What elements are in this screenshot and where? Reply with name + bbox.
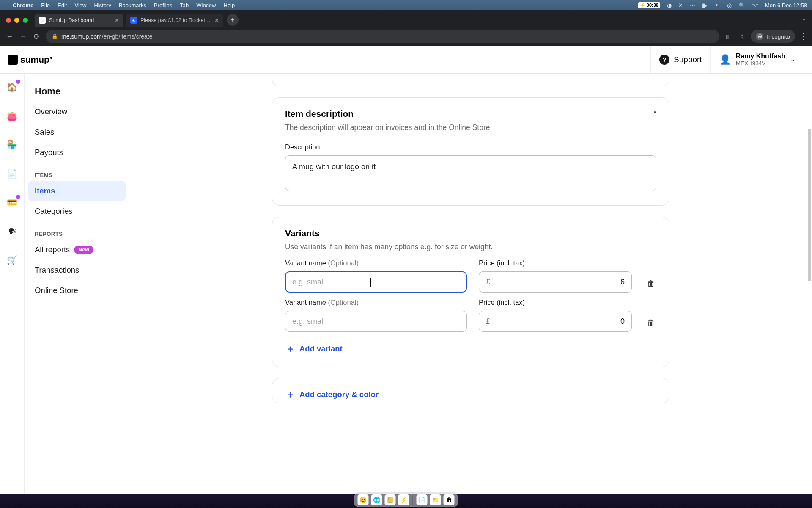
scrollbar-thumb[interactable] [808,129,811,281]
tab-close-icon[interactable]: ✕ [115,17,119,24]
variant-name-field[interactable] [292,317,460,326]
sidebar-item-sales[interactable]: Sales [28,122,126,142]
support-label: Support [674,55,702,64]
battery-status[interactable]: ⚡00:38 [638,2,660,8]
variant-name-input[interactable] [285,271,467,293]
brand-logo[interactable]: sumup● [8,55,53,65]
description-input[interactable] [285,155,656,191]
mac-menu-view[interactable]: View [74,2,86,8]
tab-title: SumUp Dashboard [49,17,111,23]
menubar-power-icon[interactable]: ▮▸ [702,2,708,8]
support-link[interactable]: ? Support [650,46,710,73]
add-variant-button[interactable]: ＋ Add variant [285,344,656,354]
profile-menu[interactable]: 👤 Ramy Khuffash MEXH934V ⌄ [710,46,804,73]
sidebar-group-reports: REPORTS [28,221,126,240]
rail-cart-icon[interactable]: 🛒 [7,255,18,265]
variant-name-field[interactable] [292,278,460,287]
sidebar-item-transactions[interactable]: Transactions [28,260,126,280]
card-title: Variants [285,228,320,238]
dock-app-icon[interactable]: ⚡ [398,494,409,505]
mac-menu-bookmarks[interactable]: Bookmarks [119,2,146,8]
tabs-expand-icon[interactable]: ⌄ [802,16,806,22]
tab-favicon: S [39,17,46,24]
plus-icon: ＋ [285,344,295,354]
variant-price-input[interactable]: £ [479,311,632,332]
dock-notes-icon[interactable]: 📒 [385,494,396,505]
address-bar[interactable]: 🔒 me.sumup.com/en-gb/items/create [46,30,719,43]
sidebar-item-all-reports[interactable]: All reports New [28,240,126,260]
new-tab-button[interactable]: + [227,14,239,26]
mac-menu-file[interactable]: File [41,2,50,8]
mac-menu-help[interactable]: Help [224,2,235,8]
sidebar-item-home[interactable]: Home [28,81,126,102]
dock-chrome-icon[interactable]: 🌐 [371,494,382,505]
app-viewport: sumup● ? Support 👤 Ramy Khuffash MEXH934… [0,46,812,494]
tab-strip: S SumUp Dashboard ✕ £ Please pay £1.02 t… [0,10,812,27]
mac-menu-edit[interactable]: Edit [58,2,67,8]
dock-doc-icon[interactable]: 📄 [417,494,428,505]
scrollbar[interactable] [808,129,811,366]
nav-reload-button[interactable]: ⟳ [32,32,41,41]
rail-refer-icon[interactable]: 🗣 [7,226,18,236]
main-content: Item description ˄ The description will … [129,74,812,494]
rail-home-icon[interactable]: 🏠 [7,82,18,92]
nav-forward-button[interactable]: → [19,32,28,41]
currency-label: £ [486,278,490,287]
dock-trash-icon[interactable]: 🗑 [444,494,455,505]
control-center-icon[interactable]: ⌥ [752,2,758,8]
incognito-indicator[interactable]: 🕶 Incognito [751,30,795,43]
add-category-button[interactable]: ＋ Add category & color [285,389,656,400]
incognito-label: Incognito [767,33,790,40]
rail-wallet-icon[interactable]: 👛 [7,111,18,121]
spotlight-icon[interactable]: 🔍 [738,2,745,8]
dock-folder-icon[interactable]: 📁 [430,494,441,505]
sidebar-item-items[interactable]: Items [28,181,126,201]
menubar-user-icon[interactable]: ◎ [727,2,732,8]
browser-menu-button[interactable]: ⋮ [799,32,807,41]
tab-active[interactable]: S SumUp Dashboard ✕ [35,14,123,27]
mac-menu-history[interactable]: History [94,2,111,8]
tab-close-icon[interactable]: ✕ [214,17,219,24]
variant-price-input[interactable]: £ [479,271,632,293]
nav-back-button[interactable]: ← [5,32,14,41]
menubar-icon-3[interactable]: ⋯ [690,2,695,8]
chevron-down-icon: ⌄ [790,56,795,63]
mac-menu-profiles[interactable]: Profiles [154,2,172,8]
mac-menu-tab[interactable]: Tab [180,2,189,8]
window-minimize-button[interactable] [14,18,19,23]
menubar-icon-1[interactable]: ◑ [667,2,672,8]
rail-shop-icon[interactable]: 🏪 [7,140,18,150]
sidebar-item-label: All reports [35,245,70,254]
dock-finder-icon[interactable]: 😊 [358,494,369,505]
variants-card: Variants Use variants if an item has man… [272,217,669,367]
tab-favicon: £ [130,17,137,24]
rail-doc-icon[interactable]: 📄 [7,168,18,179]
dock: 😊 🌐 📒 ⚡ 📄 📁 🗑 [354,493,458,507]
bookmark-star-icon[interactable]: ☆ [737,33,746,40]
eye-off-icon[interactable]: 👁̷ [724,33,733,40]
delete-variant-icon[interactable]: 🗑 [647,318,655,328]
delete-variant-icon[interactable]: 🗑 [647,279,655,288]
currency-label: £ [486,317,490,326]
menubar-icon-2[interactable]: ✕ [678,2,683,8]
variant-row: Variant name (Optional) Price (incl. tax… [285,298,656,332]
variant-price-field[interactable] [494,278,625,287]
variant-price-label: Price (incl. tax) [479,298,632,306]
window-close-button[interactable] [6,18,11,23]
sidebar-item-payouts[interactable]: Payouts [28,142,126,163]
sidebar-item-categories[interactable]: Categories [28,201,126,221]
sidebar-item-online-store[interactable]: Online Store [28,280,126,301]
tab-background[interactable]: £ Please pay £1.02 to Rocket Ge ✕ [126,14,223,27]
rail-card-icon[interactable]: 💳 [7,197,18,207]
sidebar-item-overview[interactable]: Overview [28,102,126,122]
variant-price-field[interactable] [494,317,625,326]
window-zoom-button[interactable] [23,18,28,23]
mac-menu-window[interactable]: Window [196,2,216,8]
variant-name-input[interactable] [285,311,467,332]
variant-price-label: Price (incl. tax) [479,259,632,267]
mac-clock[interactable]: Mon 6 Dec 12:58 [765,2,807,8]
wifi-icon[interactable]: ᯤ [715,2,720,8]
mac-app-name[interactable]: Chrome [13,2,33,8]
collapse-icon[interactable]: ˄ [653,110,656,117]
url-path: /en-gb/items/create [102,33,153,40]
